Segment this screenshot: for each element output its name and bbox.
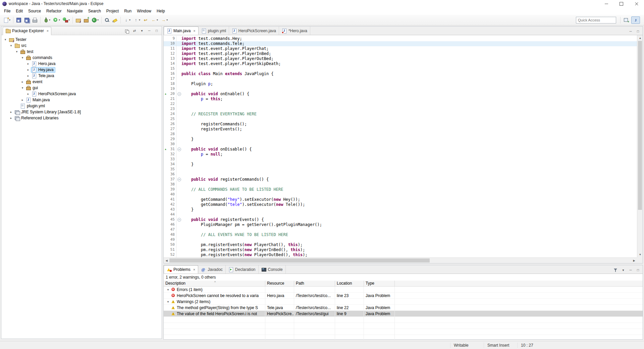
code-line[interactable]: 46 PluginManager pm = getServer().getPlu… (164, 222, 637, 227)
line-number[interactable]: 12 (167, 51, 176, 56)
code-line[interactable]: 47 (164, 227, 637, 232)
horizontal-scrollbar[interactable]: ◀ ▶ (164, 257, 637, 263)
code-line[interactable]: 12import test.event.player.PlayerInBed; (164, 51, 637, 56)
menu-item-help[interactable]: Help (154, 8, 168, 14)
scroll-right-icon[interactable]: ▶ (631, 258, 637, 264)
new-java-project-button[interactable] (74, 16, 82, 24)
expand-arrow-icon[interactable]: ▸ (25, 68, 31, 71)
tree-item-main-java[interactable]: ▸Main.java (1, 97, 162, 103)
quick-access-input[interactable] (576, 17, 616, 23)
tree-item-tester[interactable]: ▾Tester (1, 37, 162, 43)
menu-item-source[interactable]: Source (25, 8, 44, 14)
line-number[interactable]: 50 (167, 242, 176, 247)
column-header-type[interactable]: Type (364, 281, 395, 287)
editor-tab-hero-java[interactable]: *Hero.java (279, 26, 310, 35)
tree-item-hero-java[interactable]: ▸Hero.java (1, 61, 162, 67)
mark-occurrences-button[interactable] (111, 16, 119, 24)
menu-item-run[interactable]: Run (121, 8, 134, 14)
code-line[interactable]: 34 } (164, 162, 637, 167)
save-button[interactable] (15, 16, 22, 24)
code-line[interactable]: ▲31 public void onDisable() { (164, 147, 637, 152)
code-line[interactable]: 28 (164, 132, 637, 137)
line-number[interactable]: 17 (167, 76, 176, 81)
new-wizard-button[interactable]: ▾ (2, 16, 11, 24)
column-header-resource[interactable]: Resource (265, 281, 294, 287)
save-all-button[interactable] (23, 16, 31, 24)
line-number[interactable]: 20 (167, 92, 176, 97)
code-line[interactable]: 27 registerEvents(); (164, 127, 637, 132)
forward-button[interactable]: →▾ (160, 16, 169, 24)
code-line[interactable]: 19 (164, 86, 637, 92)
expand-arrow-icon[interactable]: ▸ (8, 116, 14, 120)
code-line[interactable]: 45 public void registerEvents() { (164, 217, 637, 222)
line-number[interactable]: 15 (167, 66, 176, 71)
code-line[interactable]: 25 (164, 117, 637, 122)
link-with-editor-button[interactable]: ⇄ (131, 27, 138, 34)
line-number[interactable]: 28 (167, 132, 176, 137)
view-menu-button[interactable]: ▾ (139, 27, 145, 34)
code-line[interactable]: 43 } (164, 207, 637, 212)
problems-group-row[interactable]: ▾Errors (1 item) (164, 287, 643, 293)
horizontal-scrollbar-thumb[interactable] (169, 258, 430, 263)
code-line[interactable]: 16public class Main extends JavaPlugin { (164, 71, 637, 76)
expand-arrow-icon[interactable]: ▸ (25, 74, 31, 77)
code-line[interactable]: 30 (164, 142, 637, 147)
code-line[interactable]: 44 (164, 212, 637, 217)
fold-collapse-icon[interactable] (176, 177, 181, 182)
tree-item-plugin-yml[interactable]: plugin.yml (1, 103, 162, 109)
code-line[interactable]: 14import test.event.player.PlayerSkipDea… (164, 61, 637, 66)
code-line[interactable]: 18 Plugin p; (164, 81, 637, 86)
tree-item-referenced-libraries[interactable]: ▸Referenced Libraries (1, 115, 162, 121)
problems-row[interactable]: The method getPlayer(String) from the ty… (164, 305, 643, 311)
line-number[interactable]: 41 (167, 197, 176, 202)
line-number[interactable]: 43 (167, 207, 176, 212)
expand-arrow-icon[interactable]: ▸ (8, 110, 14, 114)
editor-tab-plugin-yml[interactable]: plugin.yml (199, 26, 229, 35)
problems-row[interactable]: HeroPickScreen cannot be resolved to a v… (164, 293, 643, 299)
close-tab-icon[interactable]: × (193, 268, 195, 272)
code-line[interactable]: 24 // REGISTER EVERYTHING HERE (164, 112, 637, 117)
line-number[interactable]: 40 (167, 192, 176, 197)
line-number[interactable]: 31 (167, 147, 176, 152)
column-header-location[interactable]: Location (335, 281, 364, 287)
minimize-button[interactable]: ─ (627, 267, 634, 274)
code-line[interactable]: 33 (164, 157, 637, 162)
line-number[interactable]: 33 (167, 157, 176, 162)
code-line[interactable]: 42 getCommand("tele").setExecutor(new Te… (164, 202, 637, 207)
code-line[interactable]: 11import test.event.player.PlayerChat; (164, 46, 637, 51)
code-line[interactable]: 37 public void registerCommands() { (164, 177, 637, 182)
view-menu-button[interactable]: ▾ (620, 267, 627, 274)
line-number[interactable]: 14 (167, 61, 176, 66)
code-editor[interactable]: 9import test.commands.Hey;10import test.… (164, 35, 637, 257)
line-number[interactable]: 16 (167, 71, 176, 76)
search-button[interactable] (103, 16, 111, 24)
line-number[interactable]: 11 (167, 46, 176, 51)
line-number[interactable]: 36 (167, 172, 176, 177)
column-header-description[interactable]: Description^ (164, 281, 265, 287)
tree-item-event[interactable]: ▸event (1, 79, 162, 85)
column-header-path[interactable]: Path (294, 281, 335, 287)
line-number[interactable]: 24 (167, 112, 176, 117)
code-line[interactable]: 23 (164, 107, 637, 112)
line-number[interactable]: 52 (167, 252, 176, 257)
new-package-button[interactable] (83, 16, 90, 24)
open-perspective-button[interactable] (622, 16, 631, 24)
code-line[interactable]: 38 (164, 182, 637, 187)
code-line[interactable]: 9import test.commands.Hey; (164, 36, 637, 41)
line-number[interactable]: 37 (167, 177, 176, 182)
tree-item-tele-java[interactable]: ▸Tele.java (1, 73, 162, 79)
line-number[interactable]: 25 (167, 117, 176, 122)
code-line[interactable]: 52 pm.registerEvents(new PlayerOutBed(),… (164, 252, 637, 257)
code-line[interactable]: 10import test.commands.Tele; (164, 41, 637, 46)
debug-button[interactable]: ▾ (42, 16, 51, 24)
problems-tab-javadoc[interactable]: Javadoc (198, 265, 226, 274)
code-line[interactable]: 39 // ALL COMMANDS HAVE TO BE LISTED HER… (164, 187, 637, 192)
collapse-arrow-icon[interactable]: ▾ (20, 56, 25, 59)
menu-item-search[interactable]: Search (86, 8, 104, 14)
problems-tab-declaration[interactable]: Declaration (226, 265, 259, 274)
tree-item-gui[interactable]: ▾gui (1, 85, 162, 91)
expand-arrow-icon[interactable]: ▸ (25, 92, 31, 96)
code-line[interactable]: ▲20 public void onEnable() { (164, 92, 637, 97)
line-number[interactable]: 18 (167, 81, 176, 86)
prev-annotation-button[interactable]: ↑▾ (132, 16, 141, 24)
